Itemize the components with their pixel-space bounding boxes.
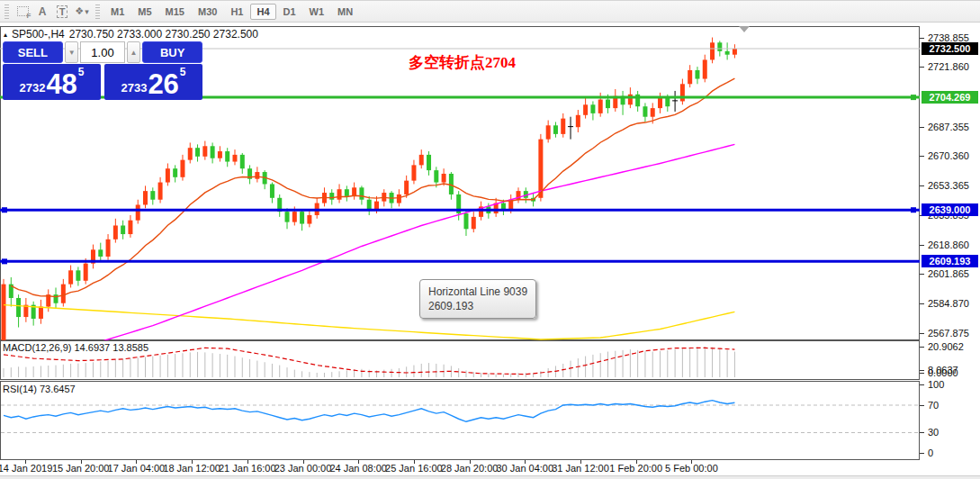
buy-price-sup: 5 (180, 66, 186, 78)
chart-symbol: SP500-,H4 (12, 28, 65, 41)
timeframe-button-D1[interactable]: D1 (277, 4, 302, 20)
price-tick-label: 2567.875 (928, 328, 969, 339)
timeframe-button-M1[interactable]: M1 (104, 4, 130, 20)
volume-increase-button[interactable]: ▲ (127, 41, 141, 63)
one-click-trade-panel: SELL ▼ 1.00 ▲ BUY 2732 48 5 2733 26 5 (3, 41, 202, 100)
price-tick-mark (920, 67, 924, 68)
toolbar-grip-2[interactable] (95, 5, 100, 19)
rsi-tick-label: 100 (928, 379, 944, 390)
sell-button[interactable]: SELL (3, 41, 63, 63)
cursor-arrows-icon[interactable]: ❖ ▾ (73, 3, 91, 21)
dropdown-caret-icon[interactable]: ▾ (85, 7, 89, 16)
price-badge-2609.193: 2609.193 (922, 255, 978, 267)
price-tick-mark (920, 274, 924, 275)
chart-ohlc-values: 2730.750 2733.000 2730.250 2732.500 (69, 28, 258, 41)
chart-template-icon[interactable]: F (13, 3, 31, 21)
rsi-tick-mark (920, 432, 924, 433)
price-tick-label: 2601.865 (928, 268, 969, 279)
sell-price-big: 48 (46, 71, 76, 98)
toolbar: F A T ❖ ▾ M1M5M15M30H1H4D1W1MN (0, 1, 980, 23)
buy-price-big: 26 (148, 71, 178, 98)
hline-tooltip: Horizontal Line 9039 2609.193 (419, 279, 536, 319)
price-tick-mark (920, 127, 924, 128)
hline-handle[interactable] (2, 207, 7, 212)
window-bottom-strip (0, 475, 980, 479)
timeframe-button-group: M1M5M15M30H1H4D1W1MN (104, 4, 359, 20)
price-tick-mark (920, 156, 924, 157)
price-tick-mark (920, 245, 924, 246)
macd-tick-mark (920, 347, 924, 348)
price-badge-2639.000: 2639.000 (922, 203, 978, 216)
timeframe-button-M15[interactable]: M15 (159, 4, 191, 20)
timeframe-button-H1[interactable]: H1 (224, 4, 249, 20)
rsi-tick-label: 0 (928, 447, 933, 458)
price-tick-label: 2618.860 (928, 240, 969, 250)
rsi-label: RSI(14) 73.6457 (3, 384, 76, 394)
price-tick-mark (920, 185, 924, 186)
price-badge-2732.500: 2732.500 (922, 42, 978, 55)
chart-text-annotation: 多空转折点2704 (409, 52, 516, 73)
volume-decrease-button[interactable]: ▼ (65, 41, 79, 63)
rsi-tick-mark (920, 384, 924, 385)
price-tick-mark (920, 333, 924, 334)
macd-tick-mark (920, 370, 924, 371)
sell-price-display[interactable]: 2732 48 5 (3, 64, 101, 100)
chart-title: ▴ SP500-,H4 2730.750 2733.000 2730.250 2… (4, 28, 258, 41)
text-label-glyph: T (57, 5, 68, 18)
macd-tick-label: 0.0000 (928, 367, 958, 378)
hline-tooltip-value: 2609.193 (428, 299, 527, 313)
chart-symbol-icon: ▴ (4, 31, 7, 39)
rsi-tick-label: 30 (928, 427, 939, 438)
hline-tooltip-title: Horizontal Line 9039 (428, 285, 527, 299)
price-tick-label: 2670.360 (928, 150, 969, 161)
timeframe-button-M5[interactable]: M5 (131, 4, 157, 20)
macd-tick-label: 20.9062 (928, 341, 964, 352)
timeframe-button-MN[interactable]: MN (331, 4, 359, 20)
macd-tick-mark (920, 373, 924, 374)
hline-handle[interactable] (911, 207, 916, 212)
timeframe-button-M30[interactable]: M30 (192, 4, 223, 20)
buy-price-prefix: 2733 (121, 81, 147, 95)
rsi-tick-mark (920, 453, 924, 454)
toolbar-grip[interactable] (4, 5, 9, 19)
volume-input[interactable]: 1.00 (80, 41, 124, 63)
trading-terminal-window: F A T ❖ ▾ M1M5M15M30H1H4D1W1MN ▴ SP500-,… (0, 0, 980, 479)
text-a-icon[interactable]: A (33, 3, 51, 21)
cursor-arrows-glyph: ❖ (75, 5, 84, 17)
macd-label: MACD(12,26,9) 14.6937 13.8585 (3, 342, 148, 353)
buy-button[interactable]: BUY (142, 41, 202, 63)
price-tick-label: 2721.860 (928, 61, 969, 72)
buy-price-display[interactable]: 2733 26 5 (104, 64, 202, 100)
price-badge-2704.269: 2704.269 (922, 91, 978, 104)
price-tick-label: 2653.365 (928, 180, 969, 191)
rsi-pane[interactable] (0, 381, 920, 460)
hline-handle[interactable] (2, 258, 7, 264)
text-label-icon[interactable]: T (53, 3, 71, 21)
sell-price-prefix: 2732 (19, 81, 45, 95)
price-tick-mark (920, 38, 924, 39)
timeframe-button-W1[interactable]: W1 (303, 4, 331, 20)
rsi-tick-mark (920, 405, 924, 406)
time-label: 5 Feb 00:00 (653, 463, 729, 474)
price-tick-label: 2687.355 (928, 122, 969, 132)
price-tick-label: 2738.855 (928, 32, 969, 43)
sell-price-sup: 5 (78, 66, 85, 78)
rsi-tick-label: 70 (928, 400, 939, 411)
timeframe-button-H4[interactable]: H4 (250, 4, 275, 20)
price-tick-label: 2584.870 (928, 298, 969, 309)
scroll-to-end-marker[interactable] (739, 26, 750, 32)
price-tick-mark (920, 303, 924, 304)
hline-handle[interactable] (911, 95, 916, 100)
